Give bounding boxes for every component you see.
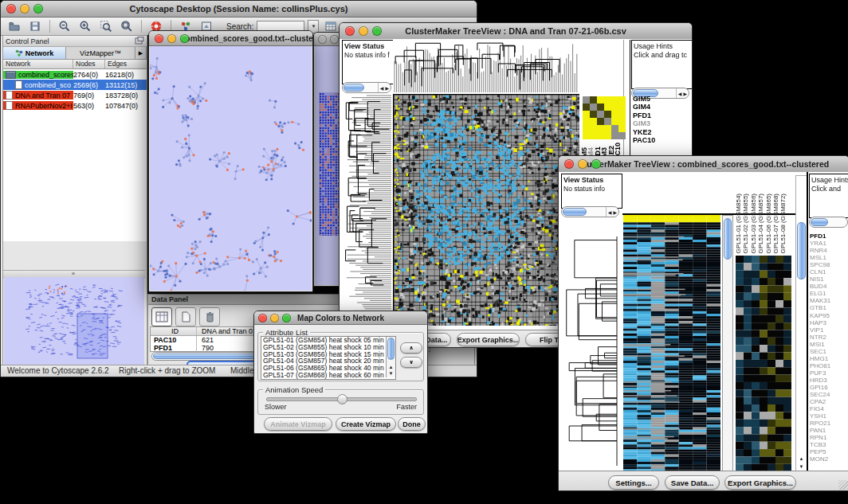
gene-label[interactable]: CPA2 — [810, 398, 846, 405]
scroll-down-icon[interactable]: ▼ — [796, 464, 807, 470]
slider-thumb[interactable] — [337, 394, 347, 404]
move-down-button[interactable]: ∨ — [400, 357, 422, 368]
delete-attribute-icon[interactable] — [199, 307, 220, 326]
zoom-button[interactable] — [180, 34, 189, 43]
scroll-arrows[interactable]: ◀▶ — [606, 207, 617, 217]
scroll-down-icon[interactable]: ▼ — [387, 371, 395, 377]
attribute-item[interactable]: GPL51-07 (GSM868) heat shock 60 min — [263, 372, 385, 379]
gene-label[interactable]: SEC1 — [810, 348, 846, 355]
gene-label[interactable]: BUD4 — [810, 283, 846, 290]
gene-label[interactable]: MSL1 — [810, 254, 846, 261]
gene-label[interactable]: SEC24 — [810, 391, 846, 398]
right-vscrollbar[interactable]: ▲ ▼ — [795, 175, 807, 472]
attribute-item[interactable]: GPL51-02 (GSM855) heat shock 10 min — [263, 344, 385, 351]
close-button[interactable] — [564, 159, 574, 169]
network-list-row[interactable]: RNAPuberNov2+I 563(0) 107847(0) — [3, 100, 147, 111]
attribute-item[interactable]: GPL51-04 (GSM857) heat shock 20 min — [263, 357, 385, 365]
row-label[interactable]: GIM5 — [633, 95, 689, 103]
mini-correlation-heatmap[interactable] — [583, 96, 626, 139]
gene-label[interactable]: ELG1 — [810, 290, 846, 297]
gene-label[interactable]: MAK31 — [810, 297, 846, 304]
zoom-fit-icon[interactable] — [118, 19, 135, 33]
gene-label[interactable]: FIG4 — [810, 405, 846, 412]
scrollbar-thumb[interactable] — [797, 222, 806, 279]
export-graphics-button[interactable]: Export Graphics... — [724, 475, 796, 490]
row-label[interactable]: GIM3 — [633, 119, 689, 127]
gene-label[interactable]: CLN1 — [810, 268, 846, 275]
treeview2-titlebar[interactable]: ClusterMaker TreeView : combined_scores_… — [559, 156, 848, 173]
minimize-button[interactable] — [330, 35, 339, 44]
create-vizmap-button[interactable]: Create Vizmap — [336, 417, 396, 431]
gene-label[interactable]: TCB3 — [810, 441, 846, 448]
done-button[interactable]: Done — [398, 417, 426, 431]
scroll-up-icon[interactable]: ▲ — [387, 365, 395, 370]
move-up-button[interactable]: ∧ — [400, 342, 422, 354]
attribute-browser-icon[interactable] — [151, 307, 172, 326]
view-status-scrollbar[interactable]: ◀▶ — [342, 82, 391, 93]
row-dendrogram-canvas[interactable] — [342, 94, 391, 325]
zoom-out-icon[interactable] — [56, 19, 73, 33]
scrollbar-thumb[interactable] — [387, 338, 395, 360]
network-graph-canvas[interactable] — [150, 46, 312, 291]
network-view-titlebar[interactable]: combined_scores_good.txt--cluste... — [149, 31, 312, 46]
gene-label[interactable]: PEP5 — [810, 448, 846, 455]
minimize-button[interactable] — [359, 26, 368, 36]
network-list-row[interactable]: DNA and Tran 07 769(0) 183728(0) — [3, 90, 147, 100]
gene-label[interactable]: MON2 — [810, 455, 846, 463]
gene-label[interactable]: RNR4 — [810, 247, 846, 254]
float-panel-icon[interactable] — [135, 37, 144, 46]
gene-label[interactable]: GTB1 — [810, 304, 846, 311]
attribute-list-scrollbar[interactable]: ▲ ▼ — [386, 337, 395, 377]
row-label[interactable]: YKE2 — [633, 128, 689, 136]
column-dendrogram-canvas[interactable] — [393, 40, 579, 92]
column-label[interactable]: GPL51-01 (GSM854) — [735, 193, 742, 254]
settings-button[interactable]: Settings... — [608, 475, 659, 490]
export-graphics-button[interactable]: Export Graphics... — [457, 333, 520, 346]
minimize-button[interactable] — [167, 34, 176, 43]
row-label[interactable]: GIM4 — [633, 103, 689, 111]
gene-label[interactable]: RPN1 — [810, 434, 846, 441]
network-list-row[interactable]: combined_sco 2569(6) 13112(15) — [3, 80, 147, 90]
new-attribute-icon[interactable] — [175, 307, 196, 326]
gene-label[interactable]: PAN1 — [810, 427, 846, 434]
heatmap-vscrollbar[interactable] — [722, 215, 733, 472]
scroll-arrows[interactable]: ◀▶ — [378, 83, 389, 92]
main-titlebar[interactable]: Cytoscape Desktop (Session Name: collins… — [1, 1, 477, 18]
column-label[interactable]: GPL51-06 (GSM865) — [765, 193, 772, 254]
attribute-item[interactable]: GPL51-06 (GSM865) heat shock 40 min — [263, 365, 385, 372]
scrollbar-thumb[interactable] — [563, 208, 587, 216]
treeview1-titlebar[interactable]: ClusterMaker TreeView : DNA and Tran 07-… — [340, 23, 692, 40]
attribute-item[interactable]: GPL51-03 (GSM856) heat shock 15 min — [263, 351, 385, 358]
gene-label[interactable]: GPI16 — [810, 384, 846, 391]
network-list-row[interactable]: combined_scores 2764(0) 16218(0) — [3, 69, 147, 80]
gene-label[interactable]: YSH1 — [810, 412, 846, 420]
column-label[interactable]: GPL51-04 (GSM857) — [757, 193, 764, 254]
gene-label[interactable]: YRA1 — [810, 240, 846, 247]
zoom-button[interactable] — [591, 159, 601, 169]
attribute-listbox[interactable]: GPL51-01 (GSM854) heat shock 05 minGPL51… — [261, 336, 396, 380]
resize-grip[interactable] — [838, 480, 848, 490]
column-label[interactable]: GPL51-03 (GSM856) — [750, 193, 757, 254]
minimize-button[interactable] — [578, 159, 587, 169]
tab-overflow-arrow[interactable]: ▶ — [135, 47, 147, 59]
speed-slider[interactable] — [266, 397, 417, 401]
dialog-titlebar[interactable]: Map Colors to Network — [254, 311, 427, 325]
gene-label[interactable]: MSI1 — [810, 341, 846, 348]
column-label[interactable]: GPL51-07 (GSM868) — [772, 193, 779, 254]
gene-label[interactable]: VIP1 — [810, 326, 846, 334]
gene-label[interactable]: PUF3 — [810, 369, 846, 377]
gene-label[interactable]: SPC98 — [810, 261, 846, 268]
attribute-item[interactable]: GPL51-01 (GSM854) heat shock 05 min — [263, 337, 385, 344]
scroll-up-icon[interactable]: ▲ — [796, 456, 807, 462]
row-dendrogram-canvas[interactable] — [561, 232, 619, 471]
correlation-heatmap-canvas[interactable] — [393, 94, 579, 326]
gene-label[interactable]: NIS1 — [810, 275, 846, 283]
zoomed-heatmap-canvas[interactable] — [736, 256, 791, 486]
view-status-scrollbar[interactable]: ◀▶ — [561, 206, 619, 217]
column-label[interactable]: GPL51-08 (GSM872) — [779, 193, 787, 254]
minimize-button[interactable] — [20, 4, 29, 14]
zoom-selected-icon[interactable] — [97, 19, 115, 33]
row-label[interactable]: PAC10 — [633, 136, 689, 144]
expression-heatmap-canvas[interactable] — [623, 215, 720, 471]
close-button[interactable] — [6, 4, 16, 14]
